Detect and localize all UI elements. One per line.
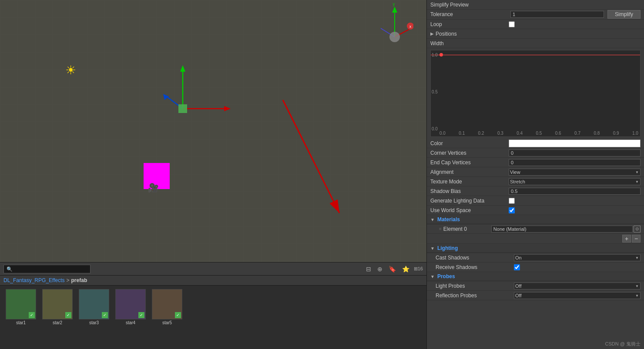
width-chart[interactable]: 1.0 0.5 0.0 0.0 0.1 0.2 0.3 0.4 0.5 0.6 …	[430, 50, 641, 137]
svg-marker-4	[224, 106, 231, 111]
svg-marker-6	[163, 94, 169, 100]
alignment-label: Alignment	[430, 169, 509, 175]
cast-shadows-select[interactable]: On Off Two Sided Shadows Only	[514, 254, 641, 261]
probes-section-header[interactable]: ▼ Probes	[427, 272, 644, 281]
texture-mode-select[interactable]: Stretch Tile DistributePerSegment Repeat…	[509, 178, 641, 185]
toolbar-right: ⊟ ⊕ 🔖 ⭐ ⊞16	[364, 265, 423, 273]
color-row: Color	[427, 139, 644, 148]
chart-x-label-3: 0.3	[497, 131, 503, 136]
list-item[interactable]: ✓ star2	[40, 289, 75, 325]
element-0-select-btn[interactable]: ⊙	[634, 226, 641, 233]
materials-section-title: Materials	[437, 216, 460, 223]
tolerance-input[interactable]	[510, 11, 604, 18]
probes-section-title: Probes	[437, 273, 455, 279]
chart-x-label-4: 0.4	[517, 131, 523, 136]
breadcrumb-parent[interactable]: DL_Fantasy_RPG_Effects	[3, 277, 65, 283]
light-probes-row: Light Probes Off Blend Probes	[427, 281, 644, 291]
reflection-probes-row: Reflection Probes Off Blend Probes	[427, 291, 644, 300]
positions-expand-icon: ▶	[430, 31, 434, 36]
list-item[interactable]: ✓ star1	[3, 289, 38, 325]
icon-btn-4[interactable]: ⭐	[400, 265, 411, 273]
lighting-expand-icon: ▼	[430, 246, 435, 251]
corner-vertices-row: Corner Vertices	[427, 148, 644, 158]
alignment-select[interactable]: View TransformZ	[509, 169, 641, 176]
gen-lighting-checkbox[interactable]	[509, 198, 515, 204]
tolerance-row: Tolerance Simplify	[427, 10, 644, 20]
shadow-bias-row: Shadow Bias	[427, 186, 644, 196]
element-0-label: Element 0	[443, 226, 491, 232]
alignment-row: Alignment View TransformZ	[427, 167, 644, 177]
shadow-bias-input[interactable]	[509, 188, 641, 195]
width-label: Width	[430, 40, 509, 47]
svg-text:y: y	[393, 2, 395, 7]
light-probes-select-wrapper: Off Blend Probes	[514, 283, 641, 289]
icon-btn-2[interactable]: ⊕	[376, 265, 384, 273]
toolbar-left	[3, 265, 91, 273]
icon-btn-3[interactable]: 🔖	[387, 265, 398, 273]
view-gizmo: y x	[376, 2, 413, 54]
breadcrumb-separator: >	[67, 277, 70, 283]
scene-viewport[interactable]: ☀ 🎥 y	[0, 0, 426, 349]
watermark: CSDN @ 鬼骑士	[605, 341, 641, 347]
use-world-space-checkbox[interactable]	[509, 207, 515, 213]
element-0-input[interactable]	[491, 226, 633, 233]
receive-shadows-label: Receive Shadows	[436, 264, 514, 270]
color-picker[interactable]	[509, 140, 641, 147]
remove-element-button[interactable]: −	[632, 235, 641, 243]
list-item[interactable]: ✓ star3	[77, 289, 111, 325]
asset-label: star5	[162, 320, 172, 325]
end-cap-vertices-label: End Cap Vertices	[430, 160, 509, 166]
chart-x-label-5: 0.5	[536, 131, 542, 136]
gen-lighting-row: Generate Lighting Data	[427, 196, 644, 206]
loop-label: Loop	[430, 21, 509, 27]
texture-mode-label: Texture Mode	[430, 179, 509, 185]
receive-shadows-row: Receive Shadows	[427, 263, 644, 272]
use-world-space-label: Use World Space	[430, 207, 509, 213]
loop-checkbox[interactable]	[509, 21, 515, 27]
reflection-probes-select[interactable]: Off Blend Probes	[514, 292, 641, 299]
asset-check-icon: ✓	[138, 312, 144, 318]
asset-check-icon: ✓	[175, 312, 181, 318]
chart-x-label-0: 0.0	[439, 131, 446, 136]
receive-shadows-checkbox[interactable]	[514, 264, 520, 270]
end-cap-vertices-input[interactable]	[509, 159, 641, 166]
lighting-section-header[interactable]: ▼ Lighting	[427, 244, 644, 253]
loop-row: Loop	[427, 20, 644, 29]
breadcrumb: DL_Fantasy_RPG_Effects > prefab	[0, 276, 426, 286]
cast-shadows-label: Cast Shadows	[436, 255, 514, 261]
chart-y-label-mid: 0.5	[432, 90, 438, 94]
materials-section-header[interactable]: ▼ Materials	[427, 215, 644, 224]
corner-vertices-input[interactable]	[509, 150, 641, 156]
positions-row[interactable]: ▶ Positions	[427, 29, 644, 39]
texture-mode-row: Texture Mode Stretch Tile DistributePerS…	[427, 177, 644, 186]
cast-shadows-row: Cast Shadows On Off Two Sided Shadows On…	[427, 253, 644, 263]
light-probes-select[interactable]: Off Blend Probes	[514, 283, 641, 289]
chart-x-label-2: 0.2	[478, 131, 484, 136]
icon-btn-1[interactable]: ⊟	[364, 265, 373, 273]
svg-text:x: x	[409, 24, 412, 29]
svg-rect-7	[178, 104, 187, 113]
search-input[interactable]	[3, 265, 91, 273]
list-item[interactable]: ✓ star4	[113, 289, 148, 325]
end-cap-vertices-row: End Cap Vertices	[427, 158, 644, 167]
asset-check-icon: ✓	[102, 312, 108, 318]
chart-y-label-top: 1.0	[432, 53, 438, 57]
chart-x-label-6: 0.6	[555, 131, 561, 136]
camera-icon: 🎥	[148, 183, 159, 193]
color-label: Color	[430, 140, 509, 146]
cast-shadows-select-wrapper: On Off Two Sided Shadows Only	[514, 254, 641, 261]
simplify-button[interactable]: Simplify	[607, 10, 641, 19]
chart-y-label-bot: 0.0	[432, 126, 438, 131]
asset-label: star2	[53, 320, 62, 325]
width-row: Width	[427, 39, 644, 48]
probes-expand-icon: ▼	[430, 274, 435, 279]
list-item[interactable]: ✓ star5	[150, 289, 184, 325]
asset-label: star1	[16, 320, 26, 325]
chart-x-label-9: 0.9	[613, 131, 619, 136]
add-element-button[interactable]: +	[622, 235, 631, 243]
chart-x-label-1: 0.1	[459, 131, 465, 136]
breadcrumb-child[interactable]: prefab	[71, 277, 87, 283]
reflection-probes-select-wrapper: Off Blend Probes	[514, 292, 641, 299]
add-remove-row: + −	[427, 234, 644, 244]
svg-point-13	[389, 32, 400, 42]
